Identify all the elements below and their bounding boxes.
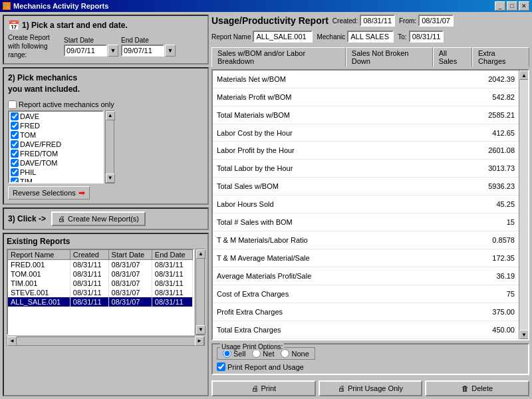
- mechanic-item[interactable]: TIM: [9, 177, 102, 184]
- tab-tab3[interactable]: All Sales: [433, 47, 472, 67]
- data-table-row: T & M Materials/Labor Ratio0.8578: [213, 231, 519, 249]
- data-table-row: Labor Profit by the Hour2601.08: [213, 142, 519, 160]
- window-title: Mechanics Activity Reports: [13, 2, 108, 10]
- mechanic-checkbox[interactable]: [11, 122, 19, 130]
- mechanic-name: FRED/TOM: [20, 150, 58, 158]
- arrow-right-icon: ➡: [78, 188, 85, 198]
- mechanic-item[interactable]: FRED: [9, 121, 102, 130]
- right-scrollbar[interactable]: ▲ ▼: [519, 70, 528, 339]
- report-name-label: Report Name: [211, 33, 251, 41]
- from-label: From:: [399, 17, 416, 25]
- data-table: Materials Net w/BOM2042.39Materials Prof…: [213, 70, 519, 339]
- print-icon: 🖨: [251, 384, 259, 392]
- mechanic-name: FRED: [20, 122, 40, 130]
- scroll-up-button[interactable]: ▲: [106, 111, 115, 120]
- table-row[interactable]: STEVE.00108/31/1108/31/0708/31/11: [8, 288, 193, 297]
- close-button[interactable]: ✕: [519, 1, 529, 11]
- report-title: Usage/Productivity Report: [211, 15, 329, 26]
- tab-tab4[interactable]: Extra Charges: [472, 47, 529, 67]
- data-table-row: Total Materials w/BOM2585.21: [213, 106, 519, 124]
- mechanic-checkbox[interactable]: [11, 112, 19, 120]
- print-usage-button[interactable]: 🖨 Print Usage Only: [319, 380, 423, 396]
- table-row[interactable]: FRED.00108/31/1108/31/0708/31/11: [8, 259, 193, 269]
- existing-reports-section: Existing Reports Report NameCreatedStart…: [3, 233, 209, 396]
- data-table-row: Cost of Extra Charges75: [213, 285, 519, 303]
- mechanic-checkbox[interactable]: [11, 140, 19, 148]
- step3-label: 3) Click ->: [8, 214, 46, 223]
- title-bar: 🔧 Mechanics Activity Reports _ □ ✕: [0, 0, 532, 12]
- print-usage-label: Print Usage Only: [348, 384, 403, 392]
- scroll-down-button[interactable]: ▼: [106, 174, 115, 183]
- print-button[interactable]: 🖨 Print: [211, 380, 316, 396]
- create-report-button[interactable]: 🖨 Create New Report(s): [51, 211, 146, 226]
- mechanic-item[interactable]: PHIL: [9, 168, 102, 177]
- reports-scroll-up[interactable]: ▲: [196, 249, 205, 259]
- mechanic-name: TOM: [20, 131, 36, 139]
- mechanic-checkbox[interactable]: [11, 131, 19, 139]
- mechanic-item[interactable]: DAVE: [9, 112, 102, 121]
- table-row[interactable]: TOM.00108/31/1108/31/0708/31/11: [8, 269, 193, 279]
- step2-section: 2) Pick mechanicsyou want included. Repo…: [3, 67, 209, 205]
- mechanic-checkbox[interactable]: [11, 150, 19, 158]
- reports-column-header: End Date: [152, 250, 192, 260]
- end-date-input[interactable]: [121, 45, 164, 57]
- tabs-row: Sales w/BOM and/or Labor BreakdownSales …: [211, 47, 529, 66]
- app-icon: 🔧: [3, 2, 11, 10]
- reports-table: Report NameCreatedStart DateEnd Date FRE…: [8, 250, 193, 307]
- reports-table-container[interactable]: Report NameCreatedStart DateEnd Date FRE…: [7, 249, 194, 335]
- mechanic-item[interactable]: DAVE/TOM: [9, 158, 102, 168]
- left-horizontal-scrollbar[interactable]: ◄ ►: [7, 336, 205, 346]
- scroll-left-button[interactable]: ◄: [7, 336, 17, 346]
- print-label: Print: [261, 384, 277, 392]
- tab-tab2[interactable]: Sales Not Broken Down: [346, 47, 433, 67]
- to-value: 08/31/11: [409, 31, 444, 43]
- delete-icon: 🗑: [462, 384, 469, 392]
- data-scroll-down[interactable]: ▼: [519, 330, 529, 339]
- mechanic-item[interactable]: TOM: [9, 130, 102, 140]
- delete-label: Delete: [471, 384, 493, 392]
- printer-icon: 🖨: [58, 215, 65, 223]
- right-panel: Usage/Productivity Report Created: 08/31…: [211, 15, 529, 396]
- sell-label: Sell: [233, 350, 245, 358]
- mechanic-checkbox[interactable]: [11, 168, 19, 176]
- from-value: 08/31/07: [418, 15, 454, 27]
- tab-tab1[interactable]: Sales w/BOM and/or Labor Breakdown: [211, 47, 346, 67]
- reports-column-header: Start Date: [108, 250, 152, 260]
- mechanic-list[interactable]: DAVE FRED TOM DAVE/FRED FRED/TOM DAVE/TO…: [8, 110, 104, 184]
- end-date-picker-button[interactable]: ▼: [165, 45, 176, 57]
- step3-section: 3) Click -> 🖨 Create New Report(s): [3, 207, 209, 230]
- maximize-button[interactable]: □: [507, 1, 517, 11]
- data-table-container: Materials Net w/BOM2042.39Materials Prof…: [211, 69, 529, 340]
- minimize-button[interactable]: _: [495, 1, 505, 11]
- report-header-row2: Report Name ALL_SALE.001 Mechanic ALL SA…: [211, 31, 529, 43]
- none-label: None: [291, 350, 309, 358]
- delete-button[interactable]: 🗑 Delete: [425, 380, 529, 396]
- table-row[interactable]: TIM.00108/31/1108/31/0708/31/11: [8, 279, 193, 288]
- start-date-input[interactable]: [64, 45, 107, 57]
- data-table-row: Total # Sales with BOM15: [213, 213, 519, 231]
- reports-scrollbar[interactable]: ▲ ▼: [196, 249, 205, 335]
- reverse-selections-button[interactable]: Reverse Selections ➡: [8, 186, 90, 200]
- start-date-picker-button[interactable]: ▼: [108, 45, 118, 57]
- step1-section: 📅 1) Pick a start and end date. Create R…: [3, 15, 209, 65]
- window-controls[interactable]: _ □ ✕: [495, 1, 529, 11]
- data-table-row: Total Extra Charges450.00: [213, 321, 519, 338]
- mechanic-scrollbar[interactable]: ▲ ▼: [105, 110, 114, 184]
- scroll-right-button[interactable]: ►: [195, 336, 204, 346]
- table-row[interactable]: ALL_SALE.00108/31/1108/31/0708/31/11: [8, 297, 193, 307]
- reports-column-header: Created: [70, 250, 108, 260]
- mechanic-item[interactable]: FRED/TOM: [9, 149, 102, 158]
- print-report-checkbox[interactable]: [217, 362, 225, 371]
- create-report-label: Create New Report(s): [68, 215, 139, 223]
- mechanic-checkbox[interactable]: [11, 178, 19, 184]
- mechanic-checkbox[interactable]: [11, 159, 19, 167]
- created-value: 08/31/11: [360, 15, 395, 27]
- data-scroll-up[interactable]: ▲: [519, 70, 529, 80]
- report-name-value: ALL_SALE.001: [253, 31, 313, 43]
- mechanic-item[interactable]: DAVE/FRED: [9, 140, 102, 149]
- reports-column-header: Report Name: [8, 250, 70, 260]
- data-table-row: Total Sales w/BOM5936.23: [213, 178, 519, 196]
- active-mechanics-checkbox[interactable]: [8, 100, 17, 109]
- reports-scroll-down[interactable]: ▼: [196, 325, 205, 334]
- mechanic-value: ALL SALES: [347, 31, 394, 43]
